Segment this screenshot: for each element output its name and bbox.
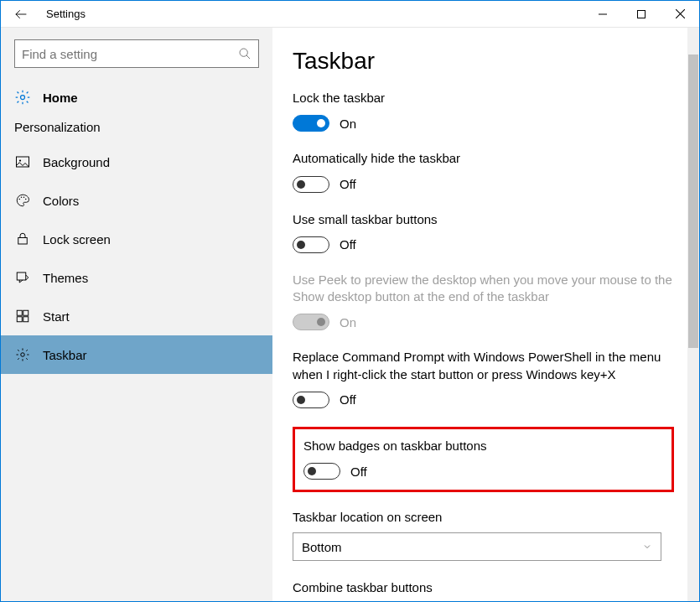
window-controls <box>583 1 699 28</box>
themes-icon <box>14 270 31 285</box>
sidebar-item-label: Start <box>43 309 70 324</box>
svg-point-8 <box>25 199 27 200</box>
toggle-knob <box>317 318 325 326</box>
select-location[interactable]: Bottom <box>293 532 661 561</box>
minimize-icon <box>599 10 607 18</box>
setting-label: Show badges on taskbar buttons <box>303 438 663 454</box>
svg-rect-11 <box>17 310 22 315</box>
minimize-button[interactable] <box>583 1 622 28</box>
scrollbar-thumb[interactable] <box>688 54 698 348</box>
select-value: Bottom <box>302 540 342 554</box>
svg-rect-12 <box>23 310 29 315</box>
svg-rect-0 <box>638 10 646 18</box>
toggle-state: Off <box>350 464 367 479</box>
sidebar-item-background[interactable]: Background <box>1 143 272 181</box>
sidebar-home-label: Home <box>43 91 78 105</box>
sidebar-home[interactable]: Home <box>1 80 272 115</box>
toggle-autohide[interactable] <box>293 176 329 193</box>
start-icon <box>14 309 31 324</box>
setting-badges: Show badges on taskbar buttons Off <box>303 438 663 480</box>
sidebar: Home Personalization Background Colors <box>1 28 272 601</box>
setting-label: Use Peek to preview the desktop when you… <box>293 272 674 306</box>
lock-icon <box>14 231 31 247</box>
setting-peek: Use Peek to preview the desktop when you… <box>293 272 674 331</box>
setting-powershell: Replace Command Prompt with Windows Powe… <box>293 349 674 408</box>
toggle-state: On <box>340 315 356 330</box>
sidebar-item-label: Taskbar <box>43 348 87 362</box>
toggle-knob <box>297 180 305 189</box>
toggle-knob <box>297 396 305 404</box>
svg-rect-13 <box>17 317 22 322</box>
svg-point-6 <box>21 197 23 199</box>
setting-label: Automatically hide the taskbar <box>293 150 674 167</box>
sidebar-item-themes[interactable]: Themes <box>1 258 272 297</box>
gear-icon <box>14 89 31 106</box>
setting-label: Use small taskbar buttons <box>293 211 674 228</box>
setting-label: Combine taskbar buttons <box>293 579 674 596</box>
window-title: Settings <box>41 8 583 20</box>
setting-small-buttons: Use small taskbar buttons Off <box>293 211 674 253</box>
page-title: Taskbar <box>293 48 674 75</box>
toggle-knob <box>308 467 316 475</box>
sidebar-item-label: Background <box>43 155 110 169</box>
settings-window: Settings Ho <box>0 0 700 602</box>
sidebar-item-label: Lock screen <box>43 232 111 247</box>
svg-rect-14 <box>23 317 29 322</box>
gear-outline-icon <box>14 347 31 362</box>
picture-icon <box>14 154 31 169</box>
svg-rect-9 <box>18 238 28 245</box>
toggle-state: Off <box>340 392 356 407</box>
maximize-button[interactable] <box>622 1 661 28</box>
sidebar-item-lock-screen[interactable]: Lock screen <box>1 220 272 258</box>
toggle-knob <box>317 119 325 127</box>
window-body: Home Personalization Background Colors <box>1 28 699 601</box>
svg-rect-10 <box>17 272 26 280</box>
chevron-down-icon <box>642 542 652 552</box>
sidebar-item-taskbar[interactable]: Taskbar <box>1 335 272 374</box>
search-icon <box>238 47 251 60</box>
close-icon <box>676 9 685 18</box>
setting-label: Taskbar location on screen <box>293 509 674 526</box>
svg-point-5 <box>19 199 21 200</box>
svg-point-15 <box>21 353 25 357</box>
highlighted-setting: Show badges on taskbar buttons Off <box>293 427 674 492</box>
toggle-state: Off <box>340 237 356 252</box>
close-button[interactable] <box>661 1 699 28</box>
content-pane: Taskbar Lock the taskbar On Automaticall… <box>272 28 699 601</box>
sidebar-category: Personalization <box>1 115 272 143</box>
setting-label: Lock the taskbar <box>293 90 674 106</box>
back-button[interactable] <box>1 7 41 22</box>
svg-point-4 <box>19 159 21 161</box>
toggle-small-buttons[interactable] <box>293 236 329 253</box>
toggle-state: On <box>340 117 356 131</box>
svg-point-1 <box>240 49 247 56</box>
setting-combine: Combine taskbar buttons Always, hide lab… <box>293 579 674 601</box>
setting-label: Replace Command Prompt with Windows Powe… <box>293 349 674 383</box>
search-input[interactable] <box>22 47 238 61</box>
arrow-left-icon <box>13 7 29 22</box>
toggle-badges[interactable] <box>303 463 340 480</box>
toggle-peek <box>293 314 329 330</box>
toggle-state: Off <box>340 177 356 191</box>
content-scroll[interactable]: Taskbar Lock the taskbar On Automaticall… <box>272 28 699 601</box>
svg-point-7 <box>23 197 25 199</box>
setting-lock-taskbar: Lock the taskbar On <box>293 90 674 132</box>
sidebar-item-colors[interactable]: Colors <box>1 181 272 220</box>
setting-autohide: Automatically hide the taskbar Off <box>293 150 674 192</box>
sidebar-item-start[interactable]: Start <box>1 297 272 335</box>
search-box[interactable] <box>14 39 259 68</box>
maximize-icon <box>637 10 646 18</box>
scrollbar[interactable] <box>687 28 699 601</box>
sidebar-item-label: Colors <box>43 194 79 208</box>
toggle-powershell[interactable] <box>293 392 329 408</box>
toggle-knob <box>297 241 305 249</box>
palette-icon <box>14 193 31 208</box>
toggle-lock-taskbar[interactable] <box>293 115 329 132</box>
titlebar: Settings <box>1 1 699 28</box>
sidebar-item-label: Themes <box>43 271 88 285</box>
setting-location: Taskbar location on screen Bottom <box>293 509 674 561</box>
svg-point-2 <box>21 96 25 100</box>
